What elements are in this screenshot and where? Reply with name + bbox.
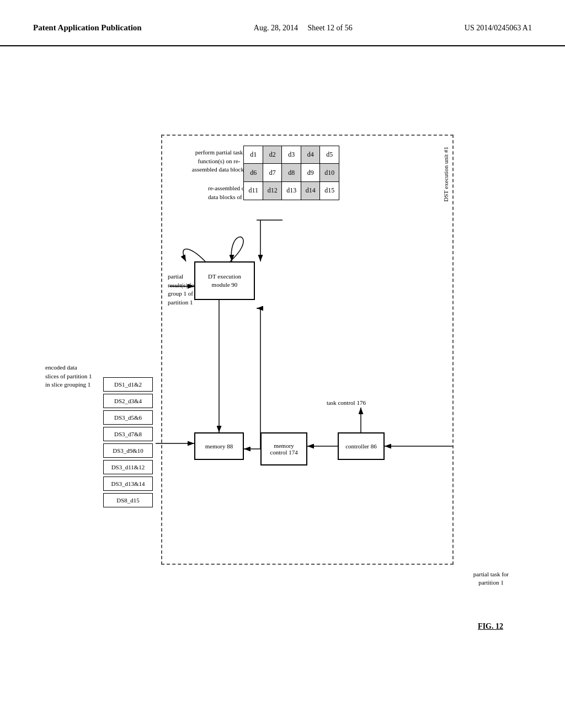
data-grid: d1 d6 d11 d2 d7 d12 d3 d8 d13 d4 d9 d14 <box>244 146 339 200</box>
cell-d8: d8 <box>281 163 301 182</box>
slice-ds3b: DS3_d7&8 <box>103 427 153 441</box>
diagram-container: encoded data slices of partition 1 in sl… <box>45 57 520 664</box>
dst-label: DST execution unit #1 <box>443 147 449 202</box>
slice-ds8: DS8_d15 <box>103 493 153 507</box>
slice-ds3d: DS3_d11&12 <box>103 460 153 474</box>
patent-title: Patent Application Publication <box>33 22 142 34</box>
page-header: Patent Application Publication Aug. 28, … <box>0 0 565 46</box>
task-control-label: task control 176 <box>327 399 366 406</box>
cell-d10: d10 <box>319 163 339 182</box>
data-col-1: d1 d6 d11 <box>244 146 263 200</box>
cell-d12: d12 <box>263 181 282 200</box>
cell-d13: d13 <box>281 181 301 200</box>
cell-d7: d7 <box>263 163 282 182</box>
dt-execution-module: DT execution module 90 <box>194 261 255 300</box>
data-col-2: d2 d7 d12 <box>263 146 282 200</box>
memory-control-box: memory control 174 <box>260 432 307 465</box>
slice-ds3a: DS3_d5&6 <box>103 410 153 425</box>
cell-d15: d15 <box>319 181 339 200</box>
cell-d14: d14 <box>301 181 321 200</box>
data-col-4: d4 d9 d14 <box>301 146 321 200</box>
cell-d4: d4 <box>301 146 321 164</box>
main-content: encoded data slices of partition 1 in sl… <box>0 46 565 719</box>
slice-group: DS1_d1&2 DS2_d3&4 DS3_d5&6 DS3_d7&8 DS3_… <box>103 377 153 507</box>
cell-d5: d5 <box>319 146 339 164</box>
encoded-data-label: encoded data slices of partition 1 in sl… <box>45 363 103 389</box>
sheet-info: Sheet 12 of 56 <box>307 24 352 32</box>
controller-box: controller 86 <box>338 432 385 460</box>
header-date-sheet: Aug. 28, 2014 Sheet 12 of 56 <box>254 22 353 34</box>
data-col-5: d5 d10 d15 <box>320 146 339 200</box>
cell-d2: d2 <box>263 146 282 164</box>
fig-label: FIG. 12 <box>478 622 503 631</box>
pub-date: Aug. 28, 2014 <box>254 24 298 32</box>
slice-ds3c: DS3_d9&10 <box>103 443 153 458</box>
cell-d9: d9 <box>301 163 321 182</box>
cell-d11: d11 <box>243 181 263 200</box>
data-col-3: d3 d8 d13 <box>282 146 301 200</box>
cell-d1: d1 <box>243 146 263 164</box>
cell-d6: d6 <box>243 163 263 182</box>
slice-ds3e: DS3_d13&14 <box>103 477 153 491</box>
cell-d3: d3 <box>281 146 301 164</box>
patent-number: US 2014/0245063 A1 <box>465 22 532 34</box>
slice-ds1: DS1_d1&2 <box>103 377 153 392</box>
partial-task-label: partial task for partition 1 <box>473 570 509 587</box>
memory-box: memory 88 <box>194 432 244 460</box>
slice-ds2: DS2_d3&4 <box>103 394 153 408</box>
